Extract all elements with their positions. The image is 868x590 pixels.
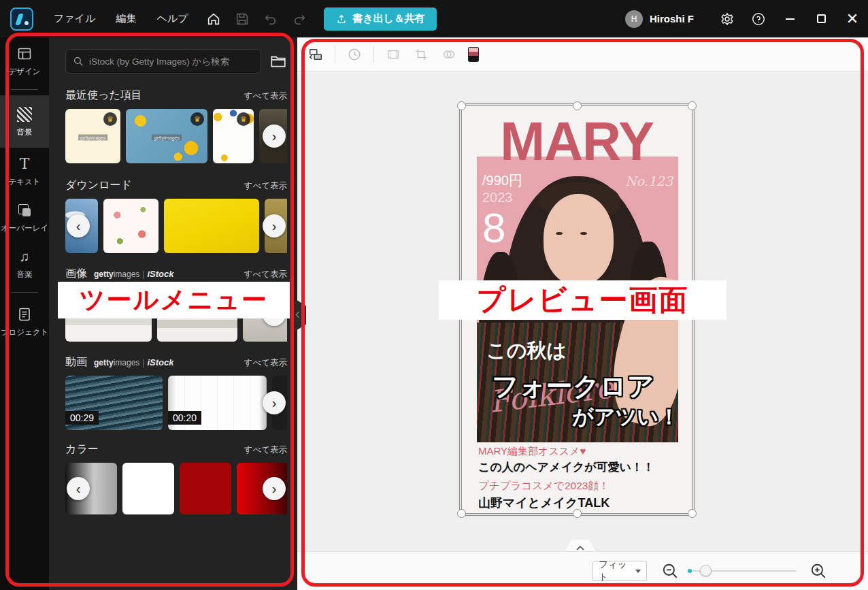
blend-icon[interactable] [440,46,458,63]
sidebar-item-text[interactable]: T テキスト [0,148,49,194]
show-all-colors[interactable]: すべて表示 [244,444,287,456]
preview-bottom-bar: フィット [297,551,868,590]
sidebar-item-label: デザイン [8,67,40,77]
color-swatch-white[interactable] [122,463,174,514]
recent-thumbnail[interactable]: ♛ gettyimages [126,109,207,163]
download-thumbnail[interactable] [164,199,259,253]
magazine-headline-sub: がアツい！ [572,403,680,431]
videos-thumb-row: 00:29 00:20 › [65,376,287,430]
color-palette-swatch[interactable] [468,47,479,62]
zoom-fit-select[interactable]: フィット [592,561,647,581]
carousel-prev-icon[interactable]: ‹ [67,477,90,500]
image-thumbnail[interactable] [65,287,152,342]
replace-background-icon[interactable] [307,46,324,63]
recent-thumbnail[interactable]: ♛ gettyimages [65,109,120,163]
sidebar-item-project[interactable]: プロジェクト [0,298,49,344]
app-logo[interactable] [10,7,33,31]
sidebar-item-label: オーバーレイ [1,223,48,233]
close-button[interactable]: ✕ [837,0,868,37]
text-icon: T [16,156,33,172]
zoom-out-icon[interactable] [661,562,679,580]
overlay-icon [16,202,33,218]
user-avatar[interactable]: H [625,10,643,28]
color-swatch-dark-red[interactable] [180,463,231,514]
image-thumbnail[interactable] [157,287,237,342]
sidebar-item-label: 音楽 [17,269,33,280]
sidebar-item-background[interactable]: 背景 [0,95,49,148]
carousel-next-icon[interactable]: › [263,303,286,326]
sidebar-item-overlay[interactable]: オーバーレイ [0,194,49,240]
show-all-images[interactable]: すべて表示 [244,269,287,280]
carousel-prev-icon[interactable]: ‹ [67,214,90,237]
redo-icon[interactable] [291,11,307,27]
download-thumbnail[interactable] [103,199,158,253]
export-share-label: 書き出し＆共有 [352,12,424,25]
show-all-downloads[interactable]: すべて表示 [244,180,287,192]
toolbar-separator [373,46,374,63]
crop-icon[interactable] [412,46,430,63]
magazine-headline-top: この秋は [486,338,567,365]
carousel-next-icon[interactable]: › [263,391,286,414]
section-title-downloads: ダウンロード [65,178,132,193]
search-box[interactable] [65,49,261,73]
magazine-subline-2: この人のヘアメイクが可愛い！！ [478,459,654,475]
show-all-videos[interactable]: すべて表示 [244,357,287,369]
video-duration-badge: 00:29 [65,411,99,425]
sidebar-item-label: プロジェクト [1,327,49,338]
sidebar-item-label: テキスト [8,177,40,187]
premium-crown-icon: ♛ [237,112,250,126]
premium-crown-icon: ♛ [103,112,117,126]
settings-gear-icon[interactable] [712,0,743,37]
preview-area: MARY /990円 2023 8 No.123 Folklore この秋は フ… [297,37,868,590]
save-icon[interactable] [234,11,250,27]
home-icon[interactable] [205,11,222,27]
downloads-thumb-row: ‹ › [65,199,287,253]
zoom-in-icon[interactable] [809,562,827,580]
toolbar-separator [335,46,335,63]
menu-help[interactable]: ヘルプ [156,12,188,25]
selection-handle[interactable] [573,101,582,110]
show-all-recent[interactable]: すべて表示 [244,91,287,102]
duration-clock-icon[interactable] [346,46,363,63]
selection-handle[interactable] [457,509,466,518]
magazine-subline-4: 山野マイとメイクTALK [478,495,610,511]
export-share-button[interactable]: 書き出し＆共有 [324,7,437,31]
magazine-cover-object[interactable]: MARY /990円 2023 8 No.123 Folklore この秋は フ… [461,105,692,514]
help-icon[interactable] [743,0,774,37]
selection-handle[interactable] [688,101,697,110]
sidebar-item-label: 背景 [17,127,33,137]
film-frame-icon[interactable] [384,46,402,63]
user-name[interactable]: Hiroshi F [650,13,694,24]
selection-handle[interactable] [573,509,582,518]
carousel-next-icon[interactable]: › [263,477,286,500]
maximize-button[interactable] [805,0,837,37]
carousel-next-icon[interactable]: › [263,214,286,237]
menu-file[interactable]: ファイル [54,12,95,25]
undo-icon[interactable] [263,11,279,27]
design-icon [16,46,33,62]
canvas[interactable]: MARY /990円 2023 8 No.123 Folklore この秋は フ… [297,72,868,551]
recent-thumbnail[interactable]: ♛ [213,109,254,163]
getty-watermark: gettyimages [78,134,108,140]
magazine-subline-1: MARY編集部オススメ♥ [478,445,586,458]
background-icon [16,106,33,122]
selection-handle[interactable] [457,101,466,110]
project-icon [16,306,33,323]
section-title-recent: 最近使った項目 [65,88,142,103]
minimize-button[interactable] [774,0,805,37]
sidebar-item-music[interactable]: ♫ 音楽 [0,240,49,286]
folder-open-icon[interactable] [269,52,287,70]
video-thumbnail[interactable]: 00:20 [168,376,267,430]
magazine-subline-3: プチプラコスメで2023顔！ [478,479,609,493]
timeline-expand-chevron-icon[interactable] [561,540,600,551]
search-input[interactable] [89,56,254,67]
selection-handle[interactable] [688,509,697,518]
preview-toolbar [297,37,868,71]
zoom-slider[interactable] [688,562,797,580]
video-thumbnail[interactable]: 00:29 [65,376,163,430]
menu-edit[interactable]: 編集 [116,12,136,25]
carousel-next-icon[interactable]: › [263,125,286,148]
sidebar-item-design[interactable]: デザイン [0,37,49,84]
zoom-slider-thumb[interactable] [700,565,712,576]
magazine-price: /990円 [482,171,522,190]
